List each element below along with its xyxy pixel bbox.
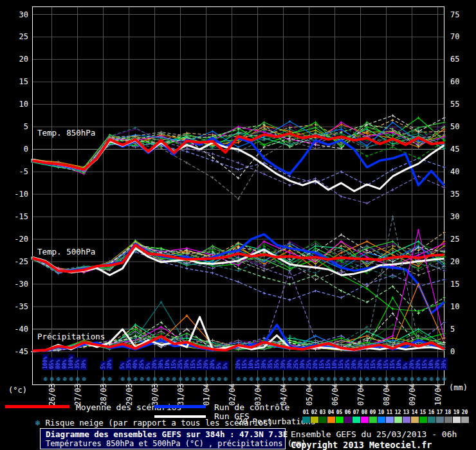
svg-text:❄: ❄ (249, 375, 253, 382)
svg-text:❄: ❄ (410, 375, 414, 382)
svg-text:08/04: 08/04 (382, 383, 391, 406)
svg-text:10%: 10% (396, 359, 402, 369)
perturbation-number: 02 (310, 410, 318, 415)
svg-text:15: 15 (19, 77, 28, 86)
svg-text:35: 35 (450, 190, 459, 199)
svg-text:❄: ❄ (210, 375, 215, 382)
svg-text:❄: ❄ (127, 375, 131, 382)
svg-text:30%: 30% (441, 359, 447, 369)
svg-text:15%: 15% (255, 359, 261, 369)
perturbation-color-swatch (352, 417, 360, 423)
svg-text:20%: 20% (313, 359, 318, 369)
svg-text:(°c): (°c) (8, 386, 27, 395)
svg-text:25%: 25% (293, 359, 299, 369)
svg-text:30%: 30% (184, 359, 190, 369)
svg-text:10%: 10% (165, 359, 170, 369)
perturbation-number: 17 (435, 410, 444, 415)
svg-text:26/03: 26/03 (48, 383, 57, 406)
svg-text:5%: 5% (216, 363, 222, 369)
svg-text:15%: 15% (338, 359, 344, 369)
svg-text:40%: 40% (133, 359, 138, 369)
perturbation-color-swatch (419, 417, 427, 423)
svg-text:-5: -5 (19, 167, 28, 176)
svg-text:10/04: 10/04 (434, 383, 443, 406)
svg-text:❄: ❄ (307, 375, 311, 382)
svg-text:20: 20 (19, 55, 28, 64)
svg-text:❄: ❄ (56, 375, 60, 382)
svg-text:❄: ❄ (435, 375, 440, 382)
svg-text:❄: ❄ (50, 375, 54, 382)
perturbation-color-swatch (386, 417, 394, 423)
svg-text:90%: 90% (62, 359, 68, 369)
svg-text:❄: ❄ (223, 375, 228, 382)
svg-text:❄: ❄ (236, 375, 241, 382)
svg-text:❄: ❄ (429, 375, 434, 382)
perturbation-number: 16 (427, 410, 435, 415)
svg-text:❄: ❄ (294, 375, 298, 382)
svg-text:5%: 5% (403, 363, 408, 369)
svg-text:30%: 30% (287, 359, 293, 369)
svg-text:❄: ❄ (69, 375, 73, 382)
svg-text:❄: ❄ (204, 375, 208, 382)
perturbation-number: 15 (419, 410, 427, 415)
perturbation-number: 11 (385, 410, 394, 415)
svg-text:15%: 15% (371, 359, 376, 369)
svg-text:15%: 15% (190, 359, 196, 369)
control-line-swatch (154, 405, 206, 408)
svg-text:❄: ❄ (339, 375, 343, 382)
svg-text:20%: 20% (377, 359, 383, 369)
ensemble-chart: 30752570206515601055550045-540-1035-1530… (0, 0, 476, 450)
gefs-ensemble-meteogram: 30752570206515601055550045-540-1035-1530… (0, 0, 476, 450)
perturbation-number: 13 (402, 410, 410, 415)
svg-text:❄: ❄ (281, 375, 286, 382)
svg-text:Précipitations: Précipitations (37, 332, 105, 341)
svg-text:❄: ❄ (191, 375, 196, 382)
svg-text:30%: 30% (158, 359, 164, 369)
svg-text:❄: ❄ (275, 375, 279, 382)
svg-text:5%: 5% (145, 363, 151, 369)
svg-text:❄: ❄ (326, 375, 331, 382)
svg-text:25%: 25% (178, 359, 183, 369)
perturbation-number: 09 (369, 410, 377, 415)
svg-text:30%: 30% (81, 359, 87, 369)
perturbation-number: 08 (360, 410, 369, 415)
svg-text:❄: ❄ (320, 375, 324, 382)
svg-text:20%: 20% (435, 359, 441, 369)
svg-text:❄: ❄ (75, 375, 80, 382)
svg-text:-25: -25 (14, 257, 28, 266)
svg-text:Temp. 500hPa: Temp. 500hPa (37, 247, 95, 256)
svg-text:10: 10 (450, 302, 459, 311)
svg-text:❄: ❄ (197, 375, 202, 382)
perturbation-color-swatch (428, 417, 435, 423)
svg-text:75: 75 (450, 10, 459, 19)
svg-text:-45: -45 (14, 347, 28, 356)
svg-text:15%: 15% (390, 359, 396, 369)
svg-text:❄: ❄ (333, 375, 337, 382)
svg-text:❄: ❄ (397, 375, 401, 382)
svg-text:❄: ❄ (423, 375, 427, 382)
svg-text:20%: 20% (416, 359, 421, 369)
svg-text:40: 40 (450, 167, 459, 176)
svg-text:5: 5 (450, 325, 455, 334)
svg-text:❄: ❄ (82, 375, 86, 382)
svg-text:❄: ❄ (352, 375, 356, 382)
svg-text:❄: ❄ (165, 375, 170, 382)
svg-text:❄: ❄ (159, 375, 163, 382)
svg-text:20%: 20% (210, 359, 215, 369)
svg-text:❄: ❄ (178, 375, 183, 382)
svg-text:65: 65 (450, 55, 459, 64)
svg-text:❄: ❄ (107, 375, 112, 382)
perturbation-color-swatch (311, 417, 318, 423)
svg-text:❄: ❄ (384, 375, 389, 382)
svg-text:25%: 25% (139, 359, 145, 369)
svg-text:❄: ❄ (268, 375, 273, 382)
perturbation-number: 07 (352, 410, 360, 415)
svg-text:❄: ❄ (133, 375, 138, 382)
perturbation-color-swatch (302, 417, 310, 423)
svg-text:0: 0 (450, 347, 455, 356)
perturbation-number: 20 (461, 410, 469, 415)
perturbation-number: 06 (343, 410, 352, 415)
svg-text:70: 70 (450, 32, 459, 41)
svg-text:15%: 15% (319, 359, 325, 369)
snowflake-icon: ❄ (35, 418, 41, 428)
